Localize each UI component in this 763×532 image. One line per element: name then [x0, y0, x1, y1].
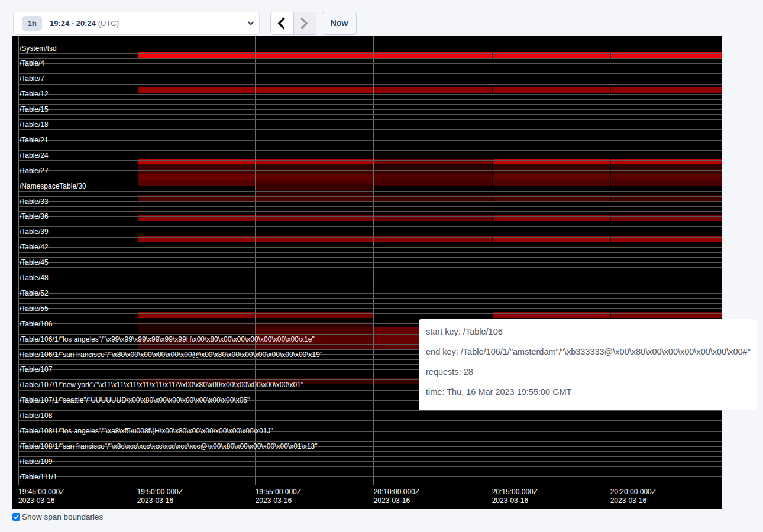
svg-text:/Table/108: /Table/108	[20, 411, 53, 420]
svg-text:/Table/4: /Table/4	[20, 59, 44, 67]
svg-text:/System/tsd: /System/tsd	[20, 44, 57, 53]
svg-text:/Table/45: /Table/45	[20, 258, 49, 267]
svg-text:20:15:00.000Z: 20:15:00.000Z	[492, 488, 538, 496]
svg-text:/Table/106: /Table/106	[20, 320, 53, 328]
svg-text:20:10:00.000Z: 20:10:00.000Z	[374, 488, 419, 496]
svg-text:/Table/48: /Table/48	[20, 274, 49, 282]
svg-text:/Table/106/1/"san francisco"/": /Table/106/1/"san francisco"/"\x80\x00\x…	[20, 351, 322, 359]
svg-text:/Table/33: /Table/33	[20, 197, 49, 206]
svg-text:/Table/15: /Table/15	[20, 105, 49, 113]
svg-text:2023-03-16: 2023-03-16	[137, 497, 174, 505]
svg-text:2023-03-16: 2023-03-16	[18, 497, 55, 505]
svg-text:/Table/108/1/"san francisco"/": /Table/108/1/"san francisco"/"\x8c\xcc\x…	[20, 442, 317, 450]
svg-text:/Table/36: /Table/36	[20, 212, 49, 220]
svg-text:20:20:00.000Z: 20:20:00.000Z	[610, 488, 656, 496]
svg-text:/Table/107/1/"seattle"/"UUUUUU: /Table/107/1/"seattle"/"UUUUUUD\x00\x80\…	[20, 396, 250, 404]
svg-text:/Table/7: /Table/7	[20, 74, 44, 83]
svg-text:/NamespaceTable/30: /NamespaceTable/30	[20, 182, 86, 190]
svg-text:2023-03-16: 2023-03-16	[374, 497, 410, 505]
svg-text:/Table/21: /Table/21	[20, 136, 49, 144]
svg-text:19:45:00.000Z: 19:45:00.000Z	[18, 488, 64, 496]
svg-text:/Table/27: /Table/27	[20, 167, 49, 175]
svg-text:/Table/106/1/"los angeles"/"\x: /Table/106/1/"los angeles"/"\x99\x99\x99…	[20, 335, 315, 343]
svg-text:/Table/24: /Table/24	[20, 151, 49, 160]
svg-text:2023-03-16: 2023-03-16	[610, 497, 647, 505]
svg-text:2023-03-16: 2023-03-16	[492, 497, 529, 505]
svg-text:/Table/52: /Table/52	[20, 289, 49, 297]
svg-text:19:50:00.000Z: 19:50:00.000Z	[137, 488, 183, 496]
svg-text:/Table/109: /Table/109	[20, 458, 53, 466]
svg-text:/Table/107: /Table/107	[20, 365, 53, 374]
svg-text:/Table/18: /Table/18	[20, 121, 49, 129]
svg-text:/Table/107/1/"new york"/"\x11\: /Table/107/1/"new york"/"\x11\x11\x11\x1…	[20, 381, 303, 389]
svg-text:/Table/108/1/"los angeles"/"\x: /Table/108/1/"los angeles"/"\xa8\xf5\u00…	[20, 427, 273, 435]
svg-text:/Table/111/1: /Table/111/1	[20, 473, 57, 481]
svg-text:2023-03-16: 2023-03-16	[256, 497, 292, 505]
svg-text:/Table/39: /Table/39	[20, 228, 49, 236]
svg-text:/Table/42: /Table/42	[20, 243, 49, 251]
svg-text:/Table/55: /Table/55	[20, 304, 49, 313]
svg-text:/Table/12: /Table/12	[20, 90, 49, 98]
svg-text:19:55:00.000Z: 19:55:00.000Z	[256, 488, 301, 496]
